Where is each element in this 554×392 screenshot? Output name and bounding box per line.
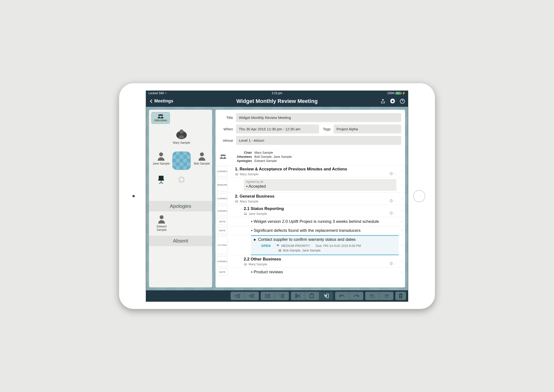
group-icon bbox=[219, 154, 227, 159]
gear-icon[interactable] bbox=[390, 99, 395, 104]
bottom-toolbar: 1 WORD WORD bbox=[146, 290, 408, 301]
group-small-icon bbox=[235, 200, 238, 203]
indent-button[interactable] bbox=[245, 292, 259, 300]
agenda-items[interactable]: AGENDA 1. Review & Acceptance of Previou… bbox=[216, 165, 405, 287]
duration: - bbox=[390, 199, 395, 203]
agenda-subitem[interactable]: AGENDA 2.2 Other Business Mary Sample - … bbox=[216, 255, 405, 267]
svg-point-5 bbox=[180, 129, 184, 133]
paste-button[interactable] bbox=[305, 292, 319, 300]
empty-seat-placeholder[interactable] bbox=[179, 177, 184, 183]
undo-button[interactable] bbox=[335, 292, 349, 300]
number-list-button[interactable]: 1 bbox=[275, 292, 289, 300]
remark-tag: REMARK bbox=[217, 179, 228, 191]
redo-icon bbox=[353, 293, 359, 298]
chevron-left-icon[interactable]: ‹ bbox=[399, 217, 405, 226]
svg-rect-36 bbox=[281, 294, 284, 295]
agenda-item[interactable]: AGENDA 1. Review & Acceptance of Previou… bbox=[216, 165, 405, 177]
chevron-left-icon[interactable]: ‹ bbox=[399, 165, 405, 177]
agenda-tag: AGENDA bbox=[217, 206, 228, 216]
battery-icon bbox=[396, 92, 401, 94]
back-button[interactable]: Meetings bbox=[149, 99, 173, 104]
share-icon[interactable] bbox=[380, 99, 386, 104]
note-tag: NOTE bbox=[217, 218, 228, 225]
svg-text:1: 1 bbox=[279, 293, 280, 296]
tags-field[interactable]: Project Alpha bbox=[334, 125, 401, 133]
highlight-button[interactable] bbox=[319, 292, 333, 300]
svg-point-24 bbox=[279, 249, 280, 250]
action-tag: ACTION bbox=[217, 236, 228, 254]
outdent-button[interactable] bbox=[231, 292, 245, 300]
seat-mary[interactable]: Mary Sample bbox=[172, 129, 191, 150]
chevron-left-icon[interactable]: ‹ bbox=[399, 255, 405, 267]
list-group: 1 bbox=[261, 292, 289, 300]
ipad-home-button[interactable] bbox=[413, 190, 425, 202]
flag-icon bbox=[277, 244, 280, 247]
outdent-icon bbox=[235, 293, 241, 298]
svg-rect-37 bbox=[281, 296, 284, 296]
clock-icon bbox=[390, 172, 393, 175]
agenda-subitem[interactable]: AGENDA 2.1 Status Reporting Jane Sample … bbox=[216, 205, 405, 217]
group-small-icon bbox=[244, 212, 247, 215]
ipad-camera bbox=[132, 195, 135, 197]
chevron-left-icon[interactable]: ‹ bbox=[399, 178, 405, 192]
chevron-left-icon[interactable]: ‹ bbox=[399, 192, 405, 205]
person-icon bbox=[156, 214, 167, 224]
svg-point-13 bbox=[222, 154, 224, 156]
page-title: Widget Monthly Review Meeting bbox=[236, 98, 318, 104]
apology-edward[interactable]: Edward Sample bbox=[152, 214, 171, 232]
svg-rect-9 bbox=[158, 179, 164, 181]
help-icon[interactable] bbox=[400, 99, 405, 104]
chevron-left-icon bbox=[149, 99, 154, 104]
attendees-button[interactable]: Attendees bbox=[151, 112, 170, 124]
title-field[interactable]: Widget Monthly Review Meeting bbox=[236, 113, 401, 122]
svg-point-16 bbox=[237, 173, 238, 174]
agenda-item[interactable]: AGENDA 2. General Business Mary Sample -… bbox=[216, 192, 405, 205]
svg-point-19 bbox=[237, 200, 238, 201]
absent-header: Absent bbox=[149, 236, 212, 246]
svg-point-7 bbox=[200, 152, 204, 156]
remark-item[interactable]: REMARK Agreed by all • Accepted ‹ bbox=[216, 177, 405, 192]
people-summary[interactable]: ChairMary Sample AttendeesBob Sample, Ja… bbox=[216, 149, 405, 165]
svg-point-29 bbox=[265, 294, 266, 295]
note-item[interactable]: NOTE Widget version 2.0 Uplift Project i… bbox=[216, 217, 405, 226]
undo-word-button[interactable]: WORD bbox=[365, 292, 379, 300]
agenda-tag: AGENDA bbox=[217, 193, 228, 204]
redo-word-button[interactable]: WORD bbox=[379, 292, 393, 300]
note-item[interactable]: NOTE Product reviews ‹ bbox=[216, 267, 405, 276]
undo-word-icon: WORD bbox=[369, 293, 375, 298]
chevron-left-icon[interactable]: ‹ bbox=[399, 268, 405, 276]
bullet-list-button[interactable] bbox=[261, 292, 275, 300]
bullet-icon bbox=[265, 293, 271, 298]
group-small-icon bbox=[278, 249, 282, 252]
attendees-label: Attendees bbox=[154, 119, 167, 122]
svg-point-6 bbox=[159, 152, 163, 156]
venue-field[interactable]: Level 1 - Atrium bbox=[236, 136, 401, 145]
delete-button[interactable] bbox=[395, 292, 406, 300]
battery-percent: 100% bbox=[387, 92, 395, 95]
undo-group bbox=[335, 292, 363, 300]
absent-list[interactable] bbox=[149, 246, 212, 261]
svg-rect-33 bbox=[267, 296, 270, 296]
svg-point-39 bbox=[295, 294, 297, 295]
note-tag: NOTE bbox=[217, 269, 228, 275]
seat-bob[interactable]: Bob Sample bbox=[192, 151, 212, 173]
numlist-icon: 1 bbox=[279, 293, 285, 298]
seat-jane[interactable]: Jane Sample bbox=[151, 151, 171, 173]
apologies-header: Apologies bbox=[149, 201, 212, 211]
clock-icon bbox=[390, 199, 393, 202]
word-undo-group: WORD WORD bbox=[365, 292, 393, 300]
chevron-left-icon[interactable]: ‹ bbox=[399, 205, 405, 217]
action-item[interactable]: ACTION Contact supplier to confirm warra… bbox=[216, 235, 405, 255]
chevron-left-icon[interactable]: ‹ bbox=[399, 235, 405, 255]
group-icon bbox=[157, 114, 164, 119]
redo-button[interactable] bbox=[349, 292, 363, 300]
seating-grid[interactable]: Mary Sample Jane Sample Bob Sample bbox=[149, 126, 212, 201]
svg-point-11 bbox=[160, 215, 164, 219]
svg-point-21 bbox=[244, 213, 245, 214]
when-field[interactable]: Thu 30 Apr 2015 11:30 pm - 12:30 am bbox=[236, 125, 319, 133]
svg-point-22 bbox=[246, 213, 247, 214]
cut-button[interactable] bbox=[291, 292, 305, 300]
note-item[interactable]: NOTE Significant defects found with the … bbox=[216, 226, 405, 235]
chevron-left-icon[interactable]: ‹ bbox=[399, 226, 405, 235]
empty-chair[interactable] bbox=[151, 174, 171, 196]
